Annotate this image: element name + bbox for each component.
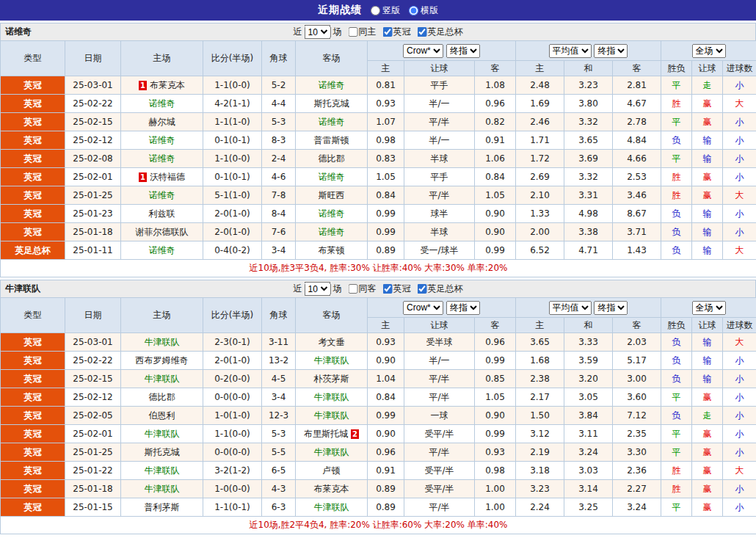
same-venue-checkbox[interactable] — [349, 27, 358, 37]
home-team-cell[interactable]: 德比郡 — [121, 388, 203, 407]
away-team-name[interactable]: 诺维奇 — [319, 80, 345, 90]
away-team-name[interactable]: 德比郡 — [319, 153, 345, 164]
home-team-name[interactable]: 诺维奇 — [149, 245, 175, 255]
odds-time-select[interactable]: 终指 — [446, 44, 480, 58]
league-filter-1[interactable]: 英冠 — [379, 26, 411, 38]
away-team-name[interactable]: 普雷斯顿 — [314, 135, 349, 145]
home-team-name[interactable]: 牛津联队 — [145, 337, 180, 347]
league-filter-2[interactable]: 英足总杯 — [413, 26, 463, 38]
home-team-name[interactable]: 牛津联队 — [145, 484, 180, 494]
away-team-name[interactable]: 牛津联队 — [314, 410, 349, 421]
away-team-name[interactable]: 诺维奇 — [319, 172, 345, 182]
home-team-cell[interactable]: 伯恩利 — [121, 407, 203, 425]
away-team-name[interactable]: 牛津联队 — [314, 502, 349, 512]
home-team-name[interactable]: 诺维奇 — [149, 135, 175, 145]
away-team-name[interactable]: 布莱克本 — [314, 484, 349, 494]
away-team-cell[interactable]: 牛津联队 — [296, 443, 368, 462]
away-team-cell[interactable]: 德比郡 — [296, 150, 368, 168]
home-team-name[interactable]: 诺维奇 — [149, 153, 175, 164]
layout-vertical-option[interactable]: 竖版 — [371, 4, 400, 17]
away-team-cell[interactable]: 斯旺西 — [296, 186, 368, 205]
home-team-cell[interactable]: 牛津联队 — [121, 425, 203, 443]
home-team-cell[interactable]: 1 布莱克本 — [121, 76, 203, 95]
home-team-name[interactable]: 德比郡 — [149, 392, 175, 402]
home-team-cell[interactable]: 诺维奇 — [121, 150, 203, 168]
away-team-name[interactable]: 牛津联队 — [314, 392, 349, 402]
home-team-name[interactable]: 利兹联 — [149, 208, 175, 219]
home-team-cell[interactable]: 诺维奇 — [121, 241, 203, 260]
league-filter-1[interactable]: 英冠 — [379, 283, 411, 295]
away-team-name[interactable]: 牛津联队 — [314, 355, 349, 366]
home-team-cell[interactable]: 斯托克城 — [121, 443, 203, 462]
away-team-name[interactable]: 考文垂 — [319, 337, 345, 347]
games-count-select[interactable]: 10 — [305, 25, 331, 39]
odds-source-select[interactable]: Crow* — [403, 301, 443, 315]
same-venue-filter[interactable]: 同主 — [344, 26, 377, 38]
avg-time-select[interactable]: 终指 — [594, 301, 628, 315]
league1-checkbox[interactable] — [383, 284, 393, 294]
home-team-name[interactable]: 牛津联队 — [145, 374, 180, 384]
away-team-cell[interactable]: 普雷斯顿 — [296, 131, 368, 150]
home-team-cell[interactable]: 普利茅斯 — [121, 498, 203, 517]
same-venue-filter[interactable]: 同客 — [344, 283, 377, 295]
games-count-select[interactable]: 10 — [305, 282, 331, 296]
away-team-cell[interactable]: 诺维奇 — [296, 76, 368, 95]
away-team-cell[interactable]: 诺维奇 — [296, 113, 368, 131]
odds-time-select[interactable]: 终指 — [446, 301, 480, 315]
home-team-cell[interactable]: 赫尔城 — [121, 113, 203, 131]
away-team-name[interactable]: 诺维奇 — [319, 227, 345, 237]
odds-source-select[interactable]: Crow* — [403, 44, 443, 58]
home-team-cell[interactable]: 1 沃特福德 — [121, 168, 203, 186]
home-team-name[interactable]: 布莱克本 — [150, 80, 185, 90]
home-team-cell[interactable]: 利兹联 — [121, 205, 203, 223]
home-team-cell[interactable]: 牛津联队 — [121, 462, 203, 480]
home-team-cell[interactable]: 诺维奇 — [121, 95, 203, 113]
league2-checkbox[interactable] — [418, 27, 427, 37]
home-team-cell[interactable]: 牛津联队 — [121, 370, 203, 388]
away-team-cell[interactable]: 斯托克城 — [296, 95, 368, 113]
away-team-name[interactable]: 布里斯托城 — [304, 429, 348, 439]
away-team-cell[interactable]: 诺维奇 — [296, 223, 368, 241]
same-venue-checkbox[interactable] — [349, 284, 358, 294]
scope-select[interactable]: 全场 — [692, 301, 726, 315]
away-team-name[interactable]: 卢顿 — [323, 465, 341, 476]
avg-source-select[interactable]: 平均值 — [549, 44, 592, 58]
league2-checkbox[interactable] — [418, 284, 427, 294]
scope-select[interactable]: 全场 — [692, 44, 726, 58]
away-team-name[interactable]: 朴茨茅斯 — [314, 374, 349, 384]
away-team-cell[interactable]: 布里斯托城 2 — [296, 425, 368, 443]
away-team-cell[interactable]: 布莱顿 — [296, 241, 368, 260]
league-filter-2[interactable]: 英足总杯 — [413, 283, 463, 295]
home-team-name[interactable]: 赫尔城 — [149, 117, 175, 127]
home-team-cell[interactable]: 牛津联队 — [121, 333, 203, 352]
away-team-cell[interactable]: 牛津联队 — [296, 407, 368, 425]
away-team-name[interactable]: 斯托克城 — [314, 98, 349, 109]
home-team-name[interactable]: 诺维奇 — [149, 190, 175, 200]
away-team-name[interactable]: 布莱顿 — [319, 245, 345, 255]
away-team-name[interactable]: 斯旺西 — [319, 190, 345, 200]
layout-horizontal-option[interactable]: 横版 — [409, 4, 438, 17]
league1-checkbox[interactable] — [383, 27, 393, 37]
horizontal-radio-input[interactable] — [409, 6, 418, 15]
away-team-cell[interactable]: 诺维奇 — [296, 168, 368, 186]
home-team-cell[interactable]: 谢菲尔德联队 — [121, 223, 203, 241]
vertical-radio-input[interactable] — [371, 6, 380, 15]
away-team-cell[interactable]: 布莱克本 — [296, 480, 368, 498]
home-team-name[interactable]: 斯托克城 — [145, 447, 180, 457]
home-team-cell[interactable]: 诺维奇 — [121, 186, 203, 205]
avg-time-select[interactable]: 终指 — [594, 44, 628, 58]
avg-source-select[interactable]: 平均值 — [549, 301, 592, 315]
home-team-name[interactable]: 伯恩利 — [149, 410, 175, 421]
home-team-cell[interactable]: 西布罗姆维奇 — [121, 352, 203, 370]
home-team-name[interactable]: 牛津联队 — [145, 429, 180, 439]
home-team-name[interactable]: 普利茅斯 — [145, 502, 180, 512]
away-team-cell[interactable]: 朴茨茅斯 — [296, 370, 368, 388]
away-team-cell[interactable]: 考文垂 — [296, 333, 368, 352]
home-team-name[interactable]: 谢菲尔德联队 — [136, 227, 189, 237]
away-team-name[interactable]: 牛津联队 — [314, 447, 349, 457]
away-team-cell[interactable]: 卢顿 — [296, 462, 368, 480]
away-team-name[interactable]: 诺维奇 — [319, 117, 345, 127]
home-team-name[interactable]: 诺维奇 — [149, 98, 175, 109]
home-team-cell[interactable]: 牛津联队 — [121, 480, 203, 498]
away-team-cell[interactable]: 牛津联队 — [296, 498, 368, 517]
